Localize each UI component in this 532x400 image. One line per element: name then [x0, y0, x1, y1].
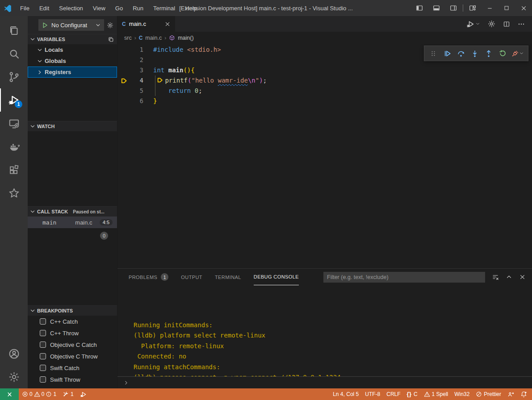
breakpoint-item[interactable]: C++ Catch: [28, 316, 117, 327]
minimize-button[interactable]: [481, 0, 498, 16]
accounts-button[interactable]: [0, 342, 28, 365]
maximize-button[interactable]: [498, 0, 515, 16]
toggle-panel-button[interactable]: [428, 0, 445, 16]
step-into-button[interactable]: [469, 48, 481, 59]
breakpoint-gutter[interactable]: [117, 86, 131, 96]
menu-file[interactable]: File: [15, 0, 34, 16]
code-editor[interactable]: 1#include <stdio.h>23int main(){4 printf…: [117, 44, 532, 268]
eol-indicator[interactable]: CRLF: [383, 388, 403, 400]
activity-docker[interactable]: [0, 135, 28, 158]
step-out-button[interactable]: [483, 48, 494, 59]
breakpoint-gutter[interactable]: [117, 65, 131, 75]
remote-indicator[interactable]: [0, 388, 19, 400]
breakpoint-gutter[interactable]: [117, 45, 131, 55]
watch-section-header[interactable]: WATCH: [28, 121, 117, 131]
variables-scope-globals[interactable]: Globals: [28, 55, 117, 67]
breadcrumb-file[interactable]: main.c: [145, 35, 162, 41]
breakpoints-section-header[interactable]: BREAKPOINTS: [28, 305, 117, 316]
menu-view[interactable]: View: [88, 0, 110, 16]
disconnect-button[interactable]: [511, 48, 525, 59]
notifications-button[interactable]: [517, 388, 532, 400]
run-or-debug-button[interactable]: [466, 20, 480, 28]
code-line-6[interactable]: 6}: [117, 96, 532, 106]
breakpoint-item[interactable]: Objective C Catch: [28, 339, 117, 350]
platform-indicator[interactable]: Win32: [451, 388, 473, 400]
encoding-indicator[interactable]: UTF-8: [362, 388, 383, 400]
more-actions-icon[interactable]: [518, 21, 525, 28]
breakpoint-item[interactable]: C++ Throw: [28, 327, 117, 339]
activity-search[interactable]: [0, 42, 28, 65]
close-panel-icon[interactable]: [519, 274, 526, 280]
breakpoint-checkbox[interactable]: [40, 365, 46, 371]
variables-section-header[interactable]: VARIABLES: [28, 34, 117, 44]
breakpoint-checkbox[interactable]: [40, 376, 46, 383]
clear-console-icon[interactable]: [492, 274, 499, 281]
step-over-button[interactable]: [455, 48, 467, 59]
tab-label: TERMINAL: [215, 275, 241, 280]
code-line-3[interactable]: 3int main(){: [117, 65, 532, 75]
toggle-secondary-sidebar-button[interactable]: [445, 0, 462, 16]
settings-button[interactable]: [0, 365, 28, 388]
menu-edit[interactable]: Edit: [34, 0, 54, 16]
collapse-all-icon[interactable]: [108, 36, 114, 43]
split-editor-icon[interactable]: [503, 21, 510, 28]
breakpoint-checkbox[interactable]: [40, 353, 46, 359]
open-launch-json-gear-icon[interactable]: [107, 22, 113, 29]
breakpoint-item[interactable]: Swift Catch: [28, 362, 117, 374]
tab-problems[interactable]: PROBLEMS 1: [129, 269, 168, 285]
breakpoint-checkbox[interactable]: [40, 330, 46, 336]
menu-go[interactable]: Go: [110, 0, 128, 16]
activity-extensions[interactable]: [0, 158, 28, 181]
breakpoint-gutter[interactable]: [117, 96, 131, 106]
code-line-4[interactable]: 4 printf("hello wamr-ide\n");: [117, 75, 532, 86]
breakpoint-item[interactable]: Objective C Throw: [28, 350, 117, 362]
cursor-position[interactable]: Ln 4, Col 5: [330, 388, 362, 400]
feedback-button[interactable]: [504, 388, 517, 400]
breakpoint-checkbox[interactable]: [40, 342, 46, 348]
activity-source-control[interactable]: [0, 65, 28, 88]
formatter-status[interactable]: Prettier: [473, 388, 504, 400]
debug-console-input[interactable]: [117, 376, 532, 388]
breakpoint-checkbox[interactable]: [40, 318, 46, 325]
breadcrumbs[interactable]: src › C main.c › main(): [117, 32, 532, 44]
breadcrumb-symbol[interactable]: main(): [178, 35, 193, 41]
menu-terminal[interactable]: Terminal: [148, 0, 180, 16]
breadcrumb-folder[interactable]: src: [124, 35, 132, 41]
toggle-sidebar-button[interactable]: [411, 0, 428, 16]
console-filter-input[interactable]: [323, 272, 485, 283]
launch-configuration-dropdown[interactable]: No Configurat: [38, 19, 104, 31]
debug-status[interactable]: [77, 388, 90, 400]
activity-explorer[interactable]: [0, 19, 28, 42]
activity-favorites[interactable]: [0, 181, 28, 204]
current-line-arrow-icon[interactable]: [117, 75, 131, 86]
maximize-panel-icon[interactable]: [506, 274, 512, 280]
code-line-5[interactable]: 5 return 0;: [117, 86, 532, 96]
variables-scope-locals[interactable]: Locals: [28, 44, 117, 55]
customize-layout-button[interactable]: [464, 0, 481, 16]
tab-terminal[interactable]: TERMINAL: [215, 269, 241, 285]
spell-checker-status[interactable]: 1 Spell: [421, 388, 452, 400]
problems-status[interactable]: 0 0 1: [19, 388, 59, 400]
variables-scope-registers[interactable]: Registers: [28, 67, 117, 78]
close-window-button[interactable]: [515, 0, 532, 16]
restart-button[interactable]: [497, 48, 508, 59]
editor-settings-gear-icon[interactable]: [488, 20, 495, 28]
activity-remote-explorer[interactable]: [0, 112, 28, 135]
language-mode[interactable]: {̇} C: [404, 388, 421, 400]
close-tab-icon[interactable]: [164, 21, 171, 27]
stack-frame-row[interactable]: main main.c 4:5: [28, 217, 117, 228]
tab-debug-console[interactable]: DEBUG CONSOLE: [254, 269, 299, 285]
menu-selection[interactable]: Selection: [54, 0, 88, 16]
toolbar-drag-handle[interactable]: [427, 48, 439, 59]
ports-status[interactable]: 1: [59, 388, 77, 400]
activity-run-and-debug[interactable]: 1: [0, 88, 28, 112]
call-stack-section-header[interactable]: CALL STACK Paused on st...: [28, 206, 117, 217]
breakpoint-gutter[interactable]: [117, 55, 131, 65]
continue-button[interactable]: [441, 48, 453, 59]
start-debugging-icon[interactable]: [42, 22, 48, 29]
tab-output[interactable]: OUTPUT: [181, 269, 202, 285]
tab-main-c[interactable]: C main.c: [117, 16, 176, 32]
menu-run[interactable]: Run: [128, 0, 148, 16]
debug-console-output[interactable]: Running initCommands:(lldb) platform sel…: [117, 285, 532, 376]
breakpoint-item[interactable]: Swift Throw: [28, 374, 117, 385]
